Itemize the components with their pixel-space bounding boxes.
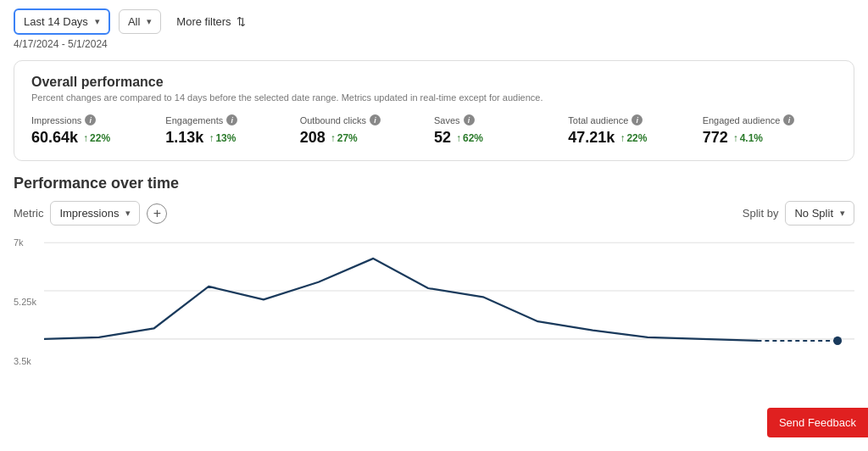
metric-label: Engaged audience i <box>703 114 837 125</box>
info-icon[interactable]: i <box>226 114 237 125</box>
metric-item-engagements: Engagements i 1.13k ↑ 13% <box>165 114 299 147</box>
audience-filter-label: All <box>128 15 140 28</box>
date-range: 4/17/2024 - 5/1/2024 <box>0 38 868 57</box>
arrow-up-icon: ↑ <box>620 132 625 144</box>
add-metric-button[interactable]: + <box>147 203 167 224</box>
performance-section-title: Performance over time <box>0 171 868 201</box>
metric-change-value: 22% <box>90 132 110 144</box>
metric-item-impressions: Impressions i 60.64k ↑ 22% <box>31 114 165 147</box>
info-icon[interactable]: i <box>783 114 794 125</box>
metric-number: 47.21k <box>568 129 615 147</box>
metric-label-text: Engagements <box>165 115 223 125</box>
metric-change-value: 13% <box>215 132 236 144</box>
metrics-row: Impressions i 60.64k ↑ 22% Engagements i… <box>31 114 837 147</box>
metric-value: 772 ↑ 4.1% <box>703 129 837 147</box>
metric-number: 52 <box>434 129 451 147</box>
metric-value: 47.21k ↑ 22% <box>568 129 702 147</box>
arrow-up-icon: ↑ <box>83 132 88 144</box>
svg-point-4 <box>833 337 842 345</box>
chart-controls-left: Metric Impressions ▾ + <box>14 201 167 226</box>
metric-value: 52 ↑ 62% <box>434 129 568 147</box>
metric-change: ↑ 4.1% <box>733 132 763 144</box>
overall-subtitle: Percent changes are compared to 14 days … <box>31 92 837 103</box>
chart-y-label: 3.5k <box>14 356 44 366</box>
metric-change: ↑ 22% <box>83 132 110 144</box>
metric-change: ↑ 13% <box>209 132 236 144</box>
plus-icon: + <box>153 206 161 221</box>
metric-label: Total audience i <box>568 114 702 125</box>
info-icon[interactable]: i <box>370 114 381 125</box>
chart-y-labels: 7k5.25k3.5k <box>14 234 44 370</box>
info-icon[interactable]: i <box>632 114 643 125</box>
metric-change: ↑ 62% <box>456 132 483 144</box>
metric-number: 1.13k <box>165 129 203 147</box>
metric-number: 208 <box>300 129 326 147</box>
metric-label: Engagements i <box>165 114 299 125</box>
metric-item-engaged-audience: Engaged audience i 772 ↑ 4.1% <box>703 114 837 147</box>
send-feedback-button[interactable]: Send Feedback <box>767 408 868 437</box>
metric-item-saves: Saves i 52 ↑ 62% <box>434 114 568 147</box>
metric-number: 772 <box>703 129 728 147</box>
metric-change-value: 62% <box>463 132 483 144</box>
metric-value: 208 ↑ 27% <box>300 129 434 147</box>
arrow-up-icon: ↑ <box>456 132 461 144</box>
metric-change: ↑ 27% <box>331 132 358 144</box>
metric-label-text: Outbound clicks <box>300 115 366 125</box>
metric-label-text: Impressions <box>31 115 81 125</box>
more-filters-label: More filters <box>176 15 231 28</box>
audience-filter-dropdown[interactable]: All ▾ <box>119 9 161 34</box>
more-filters-button[interactable]: More filters ⇅ <box>170 10 252 33</box>
chevron-down-icon: ▾ <box>125 208 131 219</box>
metric-label: Impressions i <box>31 114 165 125</box>
chart-controls-right: Split by No Split ▾ <box>743 201 854 226</box>
metric-dropdown[interactable]: Impressions ▾ <box>50 201 140 226</box>
metric-label-text: Engaged audience <box>703 115 781 125</box>
metric-label-text: Saves <box>434 115 460 125</box>
metric-change-value: 4.1% <box>740 132 763 144</box>
chart-controls: Metric Impressions ▾ + Split by No Split… <box>0 201 868 234</box>
filter-icon: ⇅ <box>236 15 246 28</box>
chart-y-label: 7k <box>14 237 44 248</box>
metric-item-outbound-clicks: Outbound clicks i 208 ↑ 27% <box>300 114 434 147</box>
overall-title: Overall performance <box>31 75 837 90</box>
arrow-up-icon: ↑ <box>733 132 738 144</box>
info-icon[interactable]: i <box>85 114 96 125</box>
metric-item-total-audience: Total audience i 47.21k ↑ 22% <box>568 114 702 147</box>
metric-label: Saves i <box>434 114 568 125</box>
metric-value: Impressions <box>59 207 119 220</box>
chevron-down-icon: ▾ <box>840 208 845 219</box>
metric-label-text: Total audience <box>568 115 628 125</box>
metric-label-text: Metric <box>14 207 43 220</box>
metric-value: 60.64k ↑ 22% <box>31 129 165 147</box>
chevron-down-icon: ▾ <box>95 16 100 27</box>
date-filter-dropdown[interactable]: Last 14 Days ▾ <box>14 8 110 35</box>
metric-number: 60.64k <box>31 129 78 147</box>
metric-change-value: 27% <box>337 132 358 144</box>
chart-area: 7k5.25k3.5k <box>14 234 854 370</box>
split-by-label: Split by <box>743 207 779 220</box>
chart-svg-wrap <box>44 234 854 370</box>
overall-performance-card: Overall performance Percent changes are … <box>14 60 854 161</box>
metric-label: Outbound clicks i <box>300 114 434 125</box>
metric-change-value: 22% <box>626 132 647 144</box>
split-by-dropdown[interactable]: No Split ▾ <box>785 201 854 226</box>
split-by-value: No Split <box>794 207 833 220</box>
chevron-down-icon: ▾ <box>147 16 152 27</box>
top-bar: Last 14 Days ▾ All ▾ More filters ⇅ <box>0 0 868 38</box>
arrow-up-icon: ↑ <box>209 132 214 144</box>
info-icon[interactable]: i <box>464 114 475 125</box>
metric-value: 1.13k ↑ 13% <box>165 129 299 147</box>
arrow-up-icon: ↑ <box>331 132 336 144</box>
chart-y-label: 5.25k <box>14 297 44 307</box>
date-filter-label: Last 14 Days <box>24 15 88 28</box>
metric-change: ↑ 22% <box>620 132 647 144</box>
